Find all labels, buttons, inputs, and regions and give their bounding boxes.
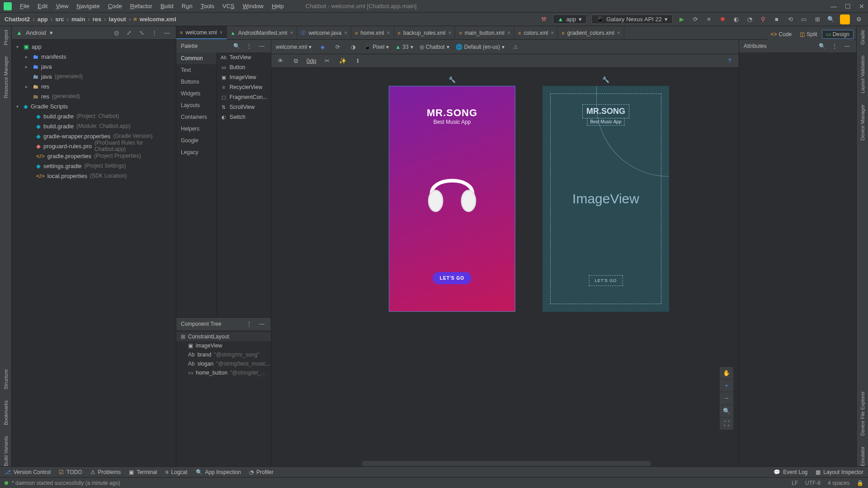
tab-gradient-colors[interactable]: ≡gradient_colors.xml× [558,26,624,39]
rail-emulator[interactable]: Emulator [860,446,865,466]
rail-resource-manager[interactable]: Resource Manager [3,56,9,99]
tool-todo[interactable]: ☑TODO [59,469,82,475]
search-icon[interactable]: 🔍 [817,42,826,51]
tree-row[interactable]: ◆proguard-rules.pro (ProGuard Rules for … [12,141,176,151]
palette-cat-common[interactable]: Common [176,52,217,64]
default-margin[interactable]: 0dp [307,57,316,64]
tree-row[interactable]: 🖿java (generated) [12,71,176,81]
tool-logcat[interactable]: ≡Logcat [165,469,188,475]
ct-item[interactable]: Abbrand "@string/mr_song" [176,350,271,359]
target-icon[interactable]: ◎ [112,28,121,38]
rail-bookmarks[interactable]: Bookmarks [3,400,9,425]
rail-device-manager[interactable]: Device Manager [860,104,865,141]
palette-item[interactable]: ▢FragmentCon... [217,92,271,102]
design-canvas[interactable]: 🔧 MR.SONG Best Music App LET'S GO 🔧 [271,68,739,466]
warning-icon[interactable]: ⚠ [511,42,520,52]
view-options-icon[interactable]: 👁 [276,56,285,66]
minimize-panel-icon[interactable]: — [162,28,171,38]
more-icon[interactable]: ⋮ [245,42,254,51]
debug-attach-icon[interactable]: ≡ [704,15,713,24]
status-indent[interactable]: 4 spaces [828,480,849,486]
preview-design[interactable]: 🔧 MR.SONG Best Music App LET'S GO [389,86,515,312]
menu-run[interactable]: Run [178,2,196,10]
palette-item[interactable]: ≡RecyclerView [217,82,271,92]
palette-item[interactable]: ▣ImageView [217,72,271,82]
debug-icon[interactable]: ✱ [718,15,727,24]
maximize-icon[interactable]: ☐ [845,3,851,10]
view-mode-split[interactable]: ◫Split [796,30,821,39]
settings-gear-icon[interactable]: ⚙ [854,15,863,24]
minimize-panel-icon[interactable]: — [843,42,852,51]
close-tab-icon[interactable]: × [290,30,293,36]
tab-welcome-java[interactable]: Ⓙwelcome.java× [297,26,351,39]
zoom-in-icon[interactable]: + [720,380,733,392]
palette-item[interactable]: ▭Button [217,62,271,72]
tool-problems[interactable]: ⚠Problems [90,469,121,475]
clear-constraints-icon[interactable]: ✂ [323,56,332,66]
more-icon[interactable]: ⋮ [245,319,254,328]
menu-navigate[interactable]: Navigate [73,2,103,10]
close-tab-icon[interactable]: × [507,30,510,36]
pan-icon[interactable]: ✋ [720,367,733,380]
more-icon[interactable]: ⋮ [150,28,159,38]
chevron-down-icon[interactable]: ▾ [50,29,53,36]
menu-window[interactable]: Window [239,2,267,10]
tab-main-button[interactable]: ≡main_button.xml× [455,26,514,39]
tab-home-xml[interactable]: ≡home.xml× [351,26,394,39]
tree-row[interactable]: ◆build.gradle (Module: Chatbot.app) [12,121,176,131]
api-picker[interactable]: ▲33 ▾ [395,44,413,50]
theme-picker[interactable]: ◎Chatbot ▾ [420,44,449,50]
search-icon[interactable]: 🔍 [232,42,241,51]
palette-cat-layouts[interactable]: Layouts [176,99,217,111]
ct-item[interactable]: ▣imageView [176,341,271,350]
surface-file-selector[interactable]: welcome.xml ▾ [276,44,311,50]
guidelines-icon[interactable]: 𝐈 [354,56,363,66]
minimize-panel-icon[interactable]: — [257,42,266,51]
zoom-out-icon[interactable]: − [720,392,733,405]
tool-event-log[interactable]: 💬Event Log [774,469,807,475]
ct-root[interactable]: ⊞ConstraintLayout [176,332,271,341]
infer-constraints-icon[interactable]: ✨ [338,56,347,66]
tool-version-control[interactable]: ⎇Version Control [5,469,51,475]
more-icon[interactable]: ⋮ [830,42,839,51]
sdk-icon[interactable]: ⊞ [813,15,822,24]
apply-changes-icon[interactable]: ⟳ [691,15,700,24]
tree-row[interactable]: ◆build.gradle (Project: Chatbot) [12,111,176,121]
run-icon[interactable]: ▶ [677,15,686,24]
account-avatar[interactable] [840,14,850,24]
menu-code[interactable]: Code [104,2,126,10]
close-tab-icon[interactable]: × [220,29,223,36]
menu-edit[interactable]: Edit [34,2,51,10]
palette-cat-legacy[interactable]: Legacy [176,146,217,158]
breadcrumb[interactable]: Chatbot2› app› src› main› res› layout› ≡… [5,16,176,23]
tool-app-inspection[interactable]: 🔍App Inspection [196,469,241,475]
menu-refactor[interactable]: Refactor [127,2,156,10]
palette-cat-containers[interactable]: Containers [176,111,217,123]
tool-layout-inspector[interactable]: ▦Layout Inspector [816,469,863,475]
menu-tools[interactable]: Tools [197,2,218,10]
palette-cat-google[interactable]: Google [176,135,217,146]
tool-profiler[interactable]: ◔Profiler [249,469,274,475]
rail-gradle[interactable]: Gradle [860,30,865,45]
collapse-icon[interactable]: ⤡ [137,28,146,38]
view-mode-design[interactable]: ▭Design [822,30,854,39]
breadcrumb-item[interactable]: welcome.xml [140,16,176,23]
tree-row[interactable]: </>gradle.properties (Project Properties… [12,151,176,161]
tree-row[interactable]: 🖿res (generated) [12,91,176,101]
close-tab-icon[interactable]: × [344,30,347,36]
component-tree[interactable]: ⊞ConstraintLayout ▣imageView Abbrand "@s… [176,330,271,379]
menu-help[interactable]: Help [268,2,288,10]
ct-item[interactable]: ▭home_button "@string/let_... [176,368,271,377]
close-icon[interactable]: ✕ [859,3,864,10]
tools-wrench-icon[interactable]: 🔧 [602,76,609,83]
rail-device-file-explorer[interactable]: Device File Explorer [860,391,865,436]
status-lf[interactable]: LF [792,480,798,486]
stop-icon[interactable]: ■ [772,15,781,24]
close-tab-icon[interactable]: × [387,30,390,36]
design-surface-icon[interactable]: ◈ [318,42,327,52]
sync-icon[interactable]: ⟲ [786,15,795,24]
orientation-icon[interactable]: ⟳ [333,42,342,52]
search-icon[interactable]: 🔍 [826,15,835,24]
palette-item[interactable]: ◐Switch [217,112,271,122]
zoom-actual-icon[interactable]: ⛶ [720,418,733,430]
